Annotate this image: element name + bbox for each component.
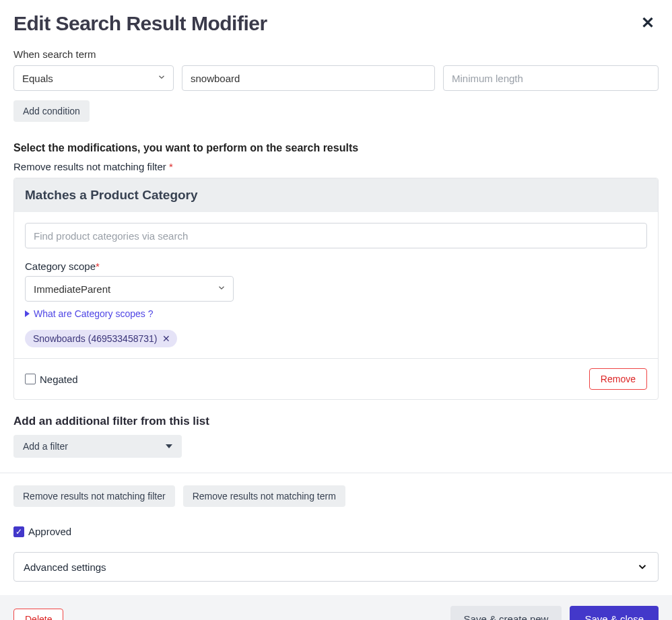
negated-label: Negated — [40, 374, 78, 385]
approved-checkbox[interactable] — [13, 526, 24, 537]
pill-remove-filter[interactable]: Remove results not matching filter — [13, 485, 175, 507]
condition-label: When search term — [13, 48, 659, 60]
save-create-new-button[interactable]: Save & create new — [450, 606, 562, 620]
page-title: Edit Search Result Modifier — [13, 12, 267, 35]
category-chip: Snowboards (469533458731) ✕ — [25, 330, 177, 347]
modifications-heading: Select the modifications, you want to pe… — [13, 142, 659, 154]
scope-help-link[interactable]: What are Category scopes ? — [25, 308, 647, 319]
advanced-label: Advanced settings — [24, 561, 106, 573]
additional-filter-heading: Add an additional filter from this list — [13, 415, 659, 428]
chip-label: Snowboards (469533458731) — [33, 333, 157, 344]
triangle-right-icon — [25, 310, 30, 317]
triangle-down-icon — [166, 444, 172, 448]
condition-term-input[interactable] — [182, 65, 435, 91]
remove-filter-button[interactable]: Remove — [589, 368, 647, 390]
modal-footer: Delete Save & create new Save & close — [0, 595, 672, 620]
scope-label: Category scope* — [25, 261, 647, 272]
close-button[interactable]: ✕ — [637, 12, 659, 34]
category-scope-select[interactable]: ImmediateParent — [25, 276, 234, 302]
panel-title: Matches a Product Category — [14, 178, 658, 212]
chip-remove-icon[interactable]: ✕ — [162, 333, 170, 344]
chevron-down-icon — [636, 561, 648, 573]
divider — [0, 473, 672, 473]
advanced-settings-toggle[interactable]: Advanced settings — [13, 552, 659, 582]
add-condition-button[interactable]: Add condition — [13, 100, 90, 122]
negated-checkbox[interactable] — [25, 374, 36, 384]
condition-minlength-input[interactable] — [443, 65, 659, 91]
chevron-down-icon — [217, 283, 226, 295]
chevron-down-icon — [157, 73, 166, 84]
delete-button[interactable]: Delete — [13, 609, 63, 621]
condition-operator-value: Equals — [22, 73, 53, 84]
scope-value: ImmediateParent — [34, 283, 110, 295]
add-filter-dropdown[interactable]: Add a filter — [13, 435, 182, 458]
save-close-button[interactable]: Save & close — [570, 606, 659, 620]
condition-operator-select[interactable]: Equals — [13, 65, 174, 91]
remove-filter-label: Remove results not matching filter * — [13, 161, 659, 172]
approved-label: Approved — [28, 526, 71, 537]
category-search-input[interactable] — [25, 223, 647, 248]
category-filter-panel: Matches a Product Category Category scop… — [13, 178, 659, 400]
pill-remove-term[interactable]: Remove results not matching term — [183, 485, 345, 507]
